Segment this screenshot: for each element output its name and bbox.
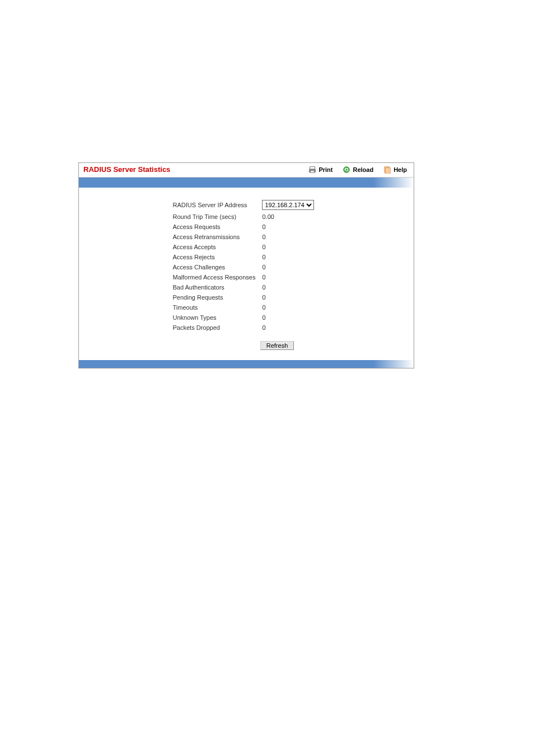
reload-link[interactable]: Reload bbox=[343, 166, 373, 174]
help-icon bbox=[383, 166, 391, 174]
table-row: Access Rejects0 bbox=[173, 253, 320, 262]
print-label: Print bbox=[318, 166, 332, 173]
table-row: Round Trip Time (secs)0.00 bbox=[173, 212, 320, 221]
ip-select[interactable]: 192.168.2.174 bbox=[262, 200, 314, 210]
help-link[interactable]: Help bbox=[383, 166, 407, 174]
content-area: RADIUS Server IP Address 192.168.2.174 R… bbox=[79, 188, 414, 360]
reload-icon bbox=[343, 166, 350, 174]
print-icon bbox=[308, 166, 316, 174]
stat-value: 0 bbox=[262, 313, 320, 322]
stat-value: 0.00 bbox=[262, 212, 320, 221]
button-row: Refresh bbox=[85, 333, 408, 354]
ip-label: RADIUS Server IP Address bbox=[173, 199, 261, 211]
table-row: Bad Authenticators0 bbox=[173, 283, 320, 292]
stat-value: 0 bbox=[262, 283, 320, 292]
stat-label: Timeouts bbox=[173, 303, 261, 312]
stat-label: Access Challenges bbox=[173, 263, 261, 272]
table-row: Packets Dropped0 bbox=[173, 323, 320, 332]
stat-label: Access Accepts bbox=[173, 242, 261, 251]
stats-table: RADIUS Server IP Address 192.168.2.174 R… bbox=[172, 198, 321, 333]
stat-value: 0 bbox=[262, 242, 320, 251]
svg-rect-5 bbox=[386, 167, 391, 174]
table-row: Access Challenges0 bbox=[173, 263, 320, 272]
refresh-button[interactable]: Refresh bbox=[260, 341, 294, 350]
table-row: Timeouts0 bbox=[173, 303, 320, 312]
stat-label: Access Retransmissions bbox=[173, 232, 261, 241]
stat-label: Access Rejects bbox=[173, 253, 261, 262]
help-label: Help bbox=[394, 166, 407, 173]
ip-value-cell: 192.168.2.174 bbox=[262, 199, 320, 211]
bottom-separator-bar bbox=[79, 360, 414, 368]
reload-label: Reload bbox=[353, 166, 373, 173]
stat-label: Round Trip Time (secs) bbox=[173, 212, 261, 221]
top-separator-bar bbox=[79, 178, 414, 188]
svg-rect-2 bbox=[311, 170, 315, 172]
stat-value: 0 bbox=[262, 293, 320, 302]
panel-header: RADIUS Server Statistics Print Reload He… bbox=[79, 163, 414, 178]
stat-value: 0 bbox=[262, 273, 320, 282]
print-link[interactable]: Print bbox=[308, 166, 332, 174]
table-row: Unknown Types0 bbox=[173, 313, 320, 322]
table-row: Pending Requests0 bbox=[173, 293, 320, 302]
stat-value: 0 bbox=[262, 253, 320, 262]
table-row: Malformed Access Responses0 bbox=[173, 273, 320, 282]
svg-rect-0 bbox=[310, 166, 315, 169]
table-row: Access Retransmissions0 bbox=[173, 232, 320, 241]
stat-label: Pending Requests bbox=[173, 293, 261, 302]
ip-row: RADIUS Server IP Address 192.168.2.174 bbox=[173, 199, 320, 211]
stat-value: 0 bbox=[262, 232, 320, 241]
stat-value: 0 bbox=[262, 323, 320, 332]
stat-label: Bad Authenticators bbox=[173, 283, 261, 292]
stat-label: Access Requests bbox=[173, 222, 261, 231]
stat-value: 0 bbox=[262, 263, 320, 272]
table-row: Access Requests0 bbox=[173, 222, 320, 231]
page-title: RADIUS Server Statistics bbox=[83, 165, 308, 174]
header-links: Print Reload Help bbox=[308, 166, 407, 174]
table-row: Access Accepts0 bbox=[173, 242, 320, 251]
stats-panel: RADIUS Server Statistics Print Reload He… bbox=[78, 162, 414, 368]
stat-value: 0 bbox=[262, 303, 320, 312]
stat-label: Malformed Access Responses bbox=[173, 273, 261, 282]
svg-point-3 bbox=[344, 166, 350, 172]
stat-label: Unknown Types bbox=[173, 313, 261, 322]
stat-value: 0 bbox=[262, 222, 320, 231]
stat-label: Packets Dropped bbox=[173, 323, 261, 332]
